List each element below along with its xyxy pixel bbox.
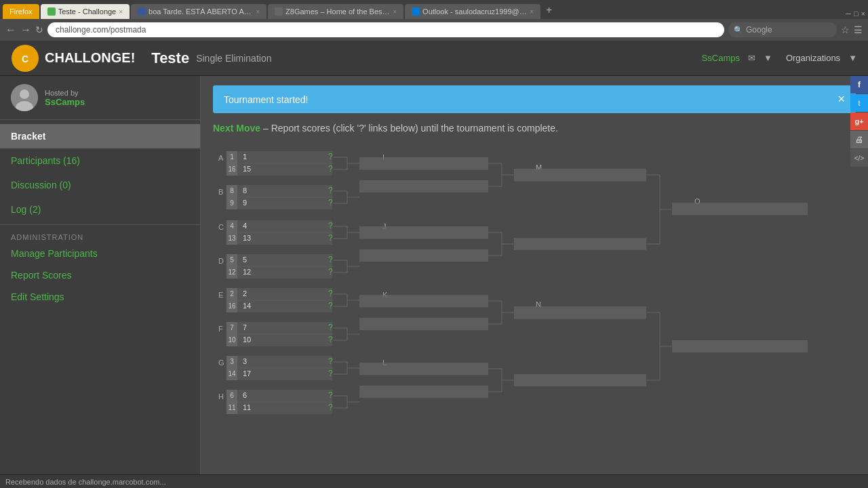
- close-btn[interactable]: ×: [861, 9, 865, 18]
- svg-rect-146: [359, 363, 488, 375]
- svg-rect-68: [237, 322, 332, 334]
- svg-text:?: ?: [328, 152, 333, 161]
- challonge-tab[interactable]: Teste - Challonge ×: [41, 4, 130, 19]
- maximize-btn[interactable]: □: [854, 9, 859, 18]
- tab-close2[interactable]: ×: [256, 8, 260, 16]
- sidebar-item-edit-settings[interactable]: Edit Settings: [0, 286, 200, 308]
- svg-rect-170: [514, 306, 646, 319]
- svg-text:10: 10: [243, 336, 251, 344]
- svg-text:3: 3: [230, 358, 234, 365]
- sidebar-item-bracket[interactable]: Bracket: [0, 124, 200, 148]
- tab-favicon2: [138, 7, 146, 16]
- svg-text:?: ?: [328, 323, 333, 332]
- google-share-button[interactable]: g+: [850, 113, 868, 130]
- z8games-tab[interactable]: Z8Games – Home of the Best Free MMO... ×: [268, 4, 403, 19]
- status-message: Recebendo dados de challonge.marcobot.co…: [5, 478, 166, 486]
- menu-icon[interactable]: ☰: [854, 24, 863, 35]
- svg-rect-139: [359, 249, 488, 262]
- svg-text:1: 1: [243, 152, 247, 161]
- svg-text:10: 10: [228, 336, 236, 344]
- svg-rect-20: [237, 185, 332, 197]
- svg-text:14: 14: [228, 370, 236, 378]
- sidebar-item-discussion[interactable]: Discussion (0): [0, 173, 200, 197]
- facebook-tab[interactable]: boa Tarde. ESTÁ ABERTO AS INSCRIÇÃO... ×: [131, 4, 267, 19]
- report-scores-link[interactable]: Report Scores: [11, 270, 71, 281]
- host-user-link[interactable]: SsCamps: [45, 97, 85, 107]
- bookmark-icon[interactable]: ☆: [841, 24, 850, 35]
- svg-rect-143: [359, 318, 488, 330]
- main-content-area: Tournament started! × Next Move – Report…: [201, 76, 868, 474]
- tab-favicon: [47, 7, 56, 16]
- host-info: Hosted by SsCamps: [45, 89, 85, 107]
- edit-settings-link[interactable]: Edit Settings: [11, 291, 64, 302]
- tab-close4[interactable]: ×: [530, 8, 534, 16]
- facebook-share-button[interactable]: f: [850, 76, 868, 94]
- alert-close-button[interactable]: ×: [837, 92, 845, 106]
- svg-rect-13: [237, 163, 332, 176]
- svg-rect-56: [237, 288, 332, 300]
- new-tab-button[interactable]: +: [542, 3, 556, 18]
- svg-text:?: ?: [328, 301, 333, 310]
- avatar-icon: [11, 84, 38, 111]
- participants-link[interactable]: Participants (16): [11, 155, 80, 166]
- tab-close[interactable]: ×: [119, 8, 123, 16]
- tab-label4: Outlook - saulodacruz1999@hotmail.com: [422, 7, 527, 16]
- header-right: SsCamps ✉ ▼ Organizations ▼: [702, 53, 857, 63]
- svg-rect-97: [237, 402, 332, 414]
- svg-text:G: G: [218, 359, 224, 367]
- svg-text:B: B: [218, 188, 223, 196]
- alert-banner: Tournament started! ×: [213, 85, 856, 113]
- user-icon: ✉: [748, 53, 755, 63]
- svg-rect-147: [359, 386, 488, 398]
- sidebar-item-participants[interactable]: Participants (16): [0, 148, 200, 173]
- print-button[interactable]: 🖨: [850, 131, 868, 148]
- svg-text:4: 4: [243, 222, 247, 230]
- status-bar: Recebendo dados de challonge.marcobot.co…: [0, 474, 868, 488]
- svg-rect-167: [514, 238, 646, 250]
- firefox-tab[interactable]: Firefox: [3, 4, 39, 19]
- address-bar: ← → ↻ challonge.com/postmada 🔍 Google ☆ …: [0, 19, 868, 41]
- outlook-tab[interactable]: Outlook - saulodacruz1999@hotmail.com ×: [405, 4, 540, 19]
- admin-label: ADMINISTRATION: [0, 228, 200, 243]
- svg-text:15: 15: [243, 165, 251, 173]
- discussion-link[interactable]: Discussion (0): [11, 180, 71, 190]
- log-link[interactable]: Log (2): [11, 204, 41, 215]
- organizations-label: Organizations: [786, 53, 840, 63]
- sidebar-item-log[interactable]: Log (2): [0, 197, 200, 222]
- user-dropdown[interactable]: ▼: [764, 53, 772, 63]
- embed-button[interactable]: </>: [850, 149, 868, 167]
- tournament-subtitle: Single Elimination: [196, 53, 271, 64]
- minimize-btn[interactable]: ─: [846, 9, 851, 18]
- svg-text:D: D: [218, 257, 224, 265]
- tournament-title: Teste: [151, 49, 189, 67]
- svg-text:6: 6: [243, 391, 247, 399]
- svg-text:11: 11: [243, 403, 251, 411]
- next-move-link[interactable]: Next Move: [213, 123, 260, 134]
- svg-text:F: F: [218, 325, 223, 333]
- url-input[interactable]: challonge.com/postmada: [47, 22, 724, 37]
- bracket-label: Bracket: [11, 131, 45, 142]
- firefox-label: Firefox: [9, 7, 33, 16]
- svg-text:?: ?: [328, 335, 333, 344]
- svg-text:9: 9: [243, 199, 247, 207]
- tab-close3[interactable]: ×: [393, 8, 397, 16]
- back-button[interactable]: ←: [5, 24, 16, 36]
- refresh-button[interactable]: ↻: [35, 24, 43, 35]
- user-link[interactable]: SsCamps: [702, 53, 740, 63]
- svg-text:2: 2: [230, 290, 234, 298]
- tab-label: Teste - Challonge: [58, 7, 117, 16]
- svg-rect-183: [672, 340, 808, 352]
- org-dropdown[interactable]: ▼: [848, 53, 857, 63]
- twitter-share-button[interactable]: t: [850, 94, 868, 112]
- svg-rect-171: [514, 374, 646, 386]
- sidebar-item-report-scores[interactable]: Report Scores: [0, 264, 200, 286]
- search-bar[interactable]: 🔍 Google: [728, 22, 837, 37]
- manage-participants-link[interactable]: Manage Participants: [11, 248, 98, 259]
- forward-button[interactable]: →: [20, 24, 31, 36]
- svg-text:8: 8: [243, 186, 247, 195]
- svg-text:?: ?: [328, 164, 333, 174]
- svg-rect-37: [237, 232, 332, 245]
- svg-rect-44: [237, 254, 332, 266]
- svg-text:17: 17: [243, 369, 251, 378]
- sidebar-item-manage-participants[interactable]: Manage Participants: [0, 243, 200, 264]
